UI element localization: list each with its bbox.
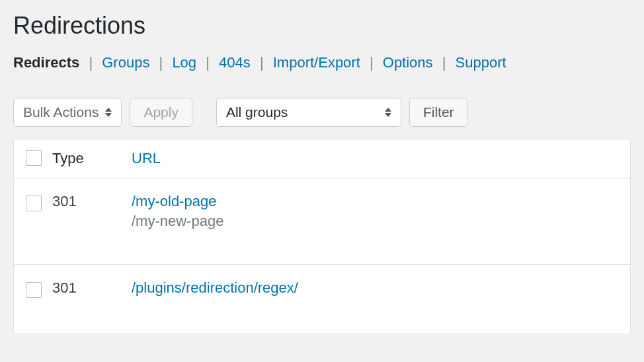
row-source-url[interactable]: /plugins/redirection/regex/ xyxy=(132,279,618,297)
filter-button[interactable]: Filter xyxy=(409,98,468,127)
chevron-sort-icon xyxy=(105,108,112,117)
tab-nav: Redirects | Groups | Log | 404s | Import… xyxy=(13,54,631,71)
apply-button[interactable]: Apply xyxy=(130,98,192,127)
tab-import-export[interactable]: Import/Export xyxy=(273,54,360,71)
tab-separator: | xyxy=(370,54,374,71)
table-header-row: Type URL xyxy=(14,139,630,178)
tab-separator: | xyxy=(159,54,163,71)
row-type: 301 xyxy=(52,193,132,210)
group-filter-label: All groups xyxy=(226,104,288,120)
page-title: Redirections xyxy=(13,12,631,40)
tab-options[interactable]: Options xyxy=(383,54,433,71)
tab-separator: | xyxy=(206,54,210,71)
select-all-checkbox[interactable] xyxy=(26,150,42,166)
row-source-url[interactable]: /my-old-page xyxy=(132,193,618,210)
table-row: 301 /plugins/redirection/regex/ xyxy=(14,265,630,334)
tab-separator: | xyxy=(89,54,93,71)
row-checkbox[interactable] xyxy=(26,196,42,211)
tab-support[interactable]: Support xyxy=(456,54,506,71)
bulk-actions-select[interactable]: Bulk Actions xyxy=(13,98,122,127)
tab-separator: | xyxy=(442,54,446,71)
group-filter-select[interactable]: All groups xyxy=(216,98,401,127)
bulk-actions-label: Bulk Actions xyxy=(23,104,99,120)
column-url-header[interactable]: URL xyxy=(132,150,161,166)
tab-groups[interactable]: Groups xyxy=(102,54,149,71)
redirects-table: Type URL 301 /my-old-page /my-new-page 3… xyxy=(13,139,631,334)
table-row: 301 /my-old-page /my-new-page xyxy=(14,178,630,265)
tab-404s[interactable]: 404s xyxy=(219,54,251,71)
tab-redirects[interactable]: Redirects xyxy=(13,54,79,71)
tab-log[interactable]: Log xyxy=(172,54,196,71)
row-target-url: /my-new-page xyxy=(132,213,618,230)
column-type-header: Type xyxy=(52,150,132,167)
tab-separator: | xyxy=(260,54,264,71)
row-type: 301 xyxy=(52,279,132,297)
row-checkbox[interactable] xyxy=(26,282,42,298)
chevron-sort-icon xyxy=(385,108,391,117)
controls-bar: Bulk Actions Apply All groups Filter xyxy=(13,98,631,127)
